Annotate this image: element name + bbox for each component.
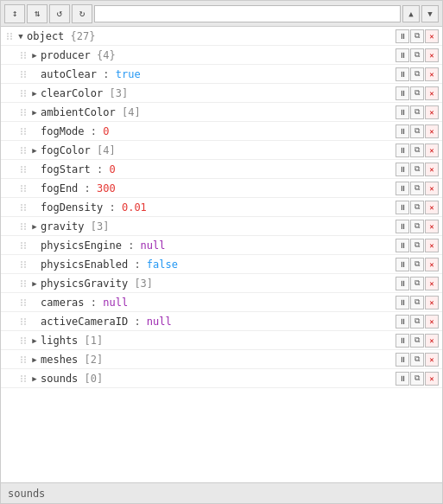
status-text: sounds bbox=[8, 488, 45, 500]
tree-root-row: ▼ object {27} ⏸ ⧉ ✕ bbox=[1, 27, 442, 46]
close-btn-sounds[interactable]: ✕ bbox=[425, 372, 439, 386]
pause-btn-fogMode[interactable]: ⏸ bbox=[396, 124, 409, 138]
row-label-producer: producer {4} bbox=[41, 49, 396, 61]
close-btn-autoClear[interactable]: ✕ bbox=[425, 67, 439, 81]
copy-btn-sounds[interactable]: ⧉ bbox=[410, 372, 424, 386]
copy-btn-physicsEnabled[interactable]: ⧉ bbox=[410, 258, 424, 271]
row-label-autoClear: autoClear : true bbox=[41, 68, 396, 80]
copy-btn-fogColor[interactable]: ⧉ bbox=[410, 144, 424, 157]
expand-arrow-producer[interactable]: ▶ bbox=[28, 49, 41, 61]
tree-area[interactable]: ▼ object {27} ⏸ ⧉ ✕ ▶producer {4}⏸⧉✕ aut… bbox=[1, 27, 442, 482]
close-btn-fogEnd[interactable]: ✕ bbox=[425, 182, 439, 195]
dropdown-up-btn[interactable]: ▲ bbox=[402, 5, 420, 22]
tree-row-gravity: ▶gravity [3]⏸⧉✕ bbox=[1, 217, 442, 236]
copy-btn-physicsGravity[interactable]: ⧉ bbox=[410, 277, 424, 290]
row-label-fogStart: fogStart : 0 bbox=[41, 163, 396, 175]
close-btn-ambientColor[interactable]: ✕ bbox=[425, 105, 439, 119]
sort-btn[interactable]: ↕ bbox=[4, 4, 25, 23]
copy-btn-producer[interactable]: ⧉ bbox=[410, 48, 424, 62]
close-btn-clearColor[interactable]: ✕ bbox=[425, 86, 439, 100]
dropdown-down-btn[interactable]: ▼ bbox=[421, 5, 439, 22]
row-actions-ambientColor: ⏸⧉✕ bbox=[396, 105, 442, 119]
expand-arrow-clearColor[interactable]: ▶ bbox=[28, 87, 41, 99]
close-btn-gravity[interactable]: ✕ bbox=[425, 220, 439, 233]
close-btn-physicsGravity[interactable]: ✕ bbox=[425, 277, 439, 290]
pause-btn-autoClear[interactable]: ⏸ bbox=[396, 67, 409, 81]
expand-arrow-lights[interactable]: ▶ bbox=[28, 335, 41, 347]
pause-btn-physicsEngine[interactable]: ⏸ bbox=[396, 239, 409, 252]
tree-row-clearColor: ▶clearColor [3]⏸⧉✕ bbox=[1, 84, 442, 103]
pause-btn-physicsGravity[interactable]: ⏸ bbox=[396, 277, 409, 290]
pause-btn-lights[interactable]: ⏸ bbox=[396, 334, 409, 348]
pause-btn-activeCameraID[interactable]: ⏸ bbox=[396, 315, 409, 329]
root-label: object {27} bbox=[27, 30, 396, 42]
row-actions-gravity: ⏸⧉✕ bbox=[396, 220, 442, 233]
pause-btn-cameras[interactable]: ⏸ bbox=[396, 296, 409, 309]
pause-btn-clearColor[interactable]: ⏸ bbox=[396, 86, 409, 100]
copy-btn-fogDensity[interactable]: ⧉ bbox=[410, 201, 424, 214]
pause-btn-meshes[interactable]: ⏸ bbox=[396, 353, 409, 367]
search-input[interactable] bbox=[94, 5, 401, 22]
drag-handle-meshes bbox=[18, 356, 28, 363]
copy-btn-lights[interactable]: ⧉ bbox=[410, 334, 424, 348]
copy-btn-fogStart[interactable]: ⧉ bbox=[410, 163, 424, 176]
expand-arrow-physicsGravity[interactable]: ▶ bbox=[28, 278, 41, 290]
close-btn-activeCameraID[interactable]: ✕ bbox=[425, 315, 439, 329]
pause-btn-gravity[interactable]: ⏸ bbox=[396, 220, 409, 233]
copy-btn-cameras[interactable]: ⧉ bbox=[410, 296, 424, 309]
pause-btn-fogColor[interactable]: ⏸ bbox=[396, 144, 409, 157]
pause-btn-ambientColor[interactable]: ⏸ bbox=[396, 105, 409, 119]
expand-arrow-ambientColor[interactable]: ▶ bbox=[28, 106, 41, 118]
copy-btn-clearColor[interactable]: ⧉ bbox=[410, 86, 424, 100]
row-actions-sounds: ⏸⧉✕ bbox=[396, 372, 442, 386]
tree-row-activeCameraID: activeCameraID : null⏸⧉✕ bbox=[1, 312, 442, 331]
expand-arrow-meshes[interactable]: ▶ bbox=[28, 354, 41, 366]
root-copy-btn[interactable]: ⧉ bbox=[410, 29, 424, 43]
row-label-fogEnd: fogEnd : 300 bbox=[41, 182, 396, 195]
root-expand-arrow[interactable]: ▼ bbox=[15, 30, 27, 42]
copy-btn-meshes[interactable]: ⧉ bbox=[410, 353, 424, 367]
redo-btn[interactable]: ↻ bbox=[72, 4, 92, 23]
close-btn-physicsEnabled[interactable]: ✕ bbox=[425, 258, 439, 271]
expand-arrow-fogColor[interactable]: ▶ bbox=[28, 144, 41, 156]
close-btn-fogDensity[interactable]: ✕ bbox=[425, 201, 439, 214]
copy-btn-autoClear[interactable]: ⧉ bbox=[410, 67, 424, 81]
pause-btn-fogStart[interactable]: ⏸ bbox=[396, 163, 409, 176]
pause-btn-producer[interactable]: ⏸ bbox=[396, 48, 409, 62]
pause-btn-fogEnd[interactable]: ⏸ bbox=[396, 182, 409, 195]
row-actions-autoClear: ⏸⧉✕ bbox=[396, 67, 442, 81]
close-btn-fogMode[interactable]: ✕ bbox=[425, 124, 439, 138]
copy-btn-fogEnd[interactable]: ⧉ bbox=[410, 182, 424, 195]
tree-row-lights: ▶lights [1]⏸⧉✕ bbox=[1, 331, 442, 350]
row-actions-physicsEnabled: ⏸⧉✕ bbox=[396, 258, 442, 271]
row-actions-clearColor: ⏸⧉✕ bbox=[396, 86, 442, 100]
pause-btn-fogDensity[interactable]: ⏸ bbox=[396, 201, 409, 214]
expand-arrow-sounds[interactable]: ▶ bbox=[28, 373, 41, 385]
expand-arrow-gravity[interactable]: ▶ bbox=[28, 220, 41, 233]
close-btn-lights[interactable]: ✕ bbox=[425, 334, 439, 348]
close-btn-physicsEngine[interactable]: ✕ bbox=[425, 239, 439, 252]
drag-handle-sounds bbox=[18, 375, 28, 382]
drag-handle-fogColor bbox=[18, 147, 28, 154]
swap-btn[interactable]: ⇅ bbox=[27, 4, 47, 23]
undo-btn[interactable]: ↺ bbox=[49, 4, 70, 23]
close-btn-fogColor[interactable]: ✕ bbox=[425, 144, 439, 157]
copy-btn-gravity[interactable]: ⧉ bbox=[410, 220, 424, 233]
copy-btn-activeCameraID[interactable]: ⧉ bbox=[410, 315, 424, 329]
root-pause-btn[interactable]: ⏸ bbox=[396, 29, 409, 43]
row-label-meshes: meshes [2] bbox=[41, 354, 396, 366]
row-label-lights: lights [1] bbox=[41, 335, 396, 347]
close-btn-cameras[interactable]: ✕ bbox=[425, 296, 439, 309]
close-btn-fogStart[interactable]: ✕ bbox=[425, 163, 439, 176]
pause-btn-physicsEnabled[interactable]: ⏸ bbox=[396, 258, 409, 271]
copy-btn-ambientColor[interactable]: ⧉ bbox=[410, 105, 424, 119]
row-actions-lights: ⏸⧉✕ bbox=[396, 334, 442, 348]
copy-btn-physicsEngine[interactable]: ⧉ bbox=[410, 239, 424, 252]
tree-row-cameras: cameras : null⏸⧉✕ bbox=[1, 293, 442, 312]
close-btn-meshes[interactable]: ✕ bbox=[425, 353, 439, 367]
close-btn-producer[interactable]: ✕ bbox=[425, 48, 439, 62]
copy-btn-fogMode[interactable]: ⧉ bbox=[410, 124, 424, 138]
row-label-physicsEngine: physicsEngine : null bbox=[41, 239, 396, 252]
root-close-btn[interactable]: ✕ bbox=[425, 29, 439, 43]
pause-btn-sounds[interactable]: ⏸ bbox=[396, 372, 409, 386]
